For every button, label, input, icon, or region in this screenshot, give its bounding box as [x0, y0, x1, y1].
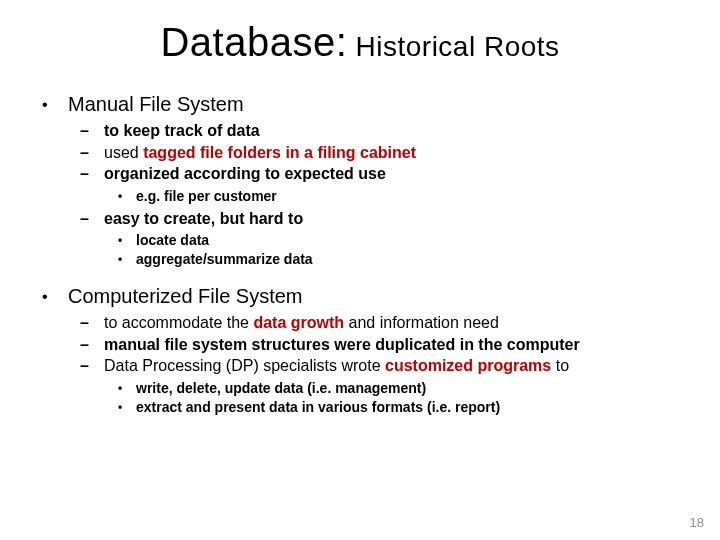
text: and information need: [344, 314, 499, 331]
text: manual file system structures were dupli…: [104, 336, 580, 353]
bullet-list-level1: Manual File System to keep track of data…: [42, 93, 720, 417]
text: organized according to expected use: [104, 165, 386, 182]
accent-text: tagged file folders in a filing cabinet: [143, 144, 416, 161]
text: aggregate/summarize data: [136, 251, 313, 267]
text: to keep track of data: [104, 122, 260, 139]
section-heading: Computerized File System: [42, 285, 303, 307]
text: Data Processing (DP) specialists wrote: [104, 357, 385, 374]
list-item: aggregate/summarize data: [118, 250, 720, 269]
slide-title: Database: Historical Roots: [0, 20, 720, 65]
accent-text: data growth: [253, 314, 344, 331]
bullet-list-level2: to accommodate the data growth and infor…: [80, 312, 720, 417]
accent-text: customized programs: [385, 357, 551, 374]
bullet-list-level3: write, delete, update data (i.e. managem…: [118, 379, 720, 417]
list-item: write, delete, update data (i.e. managem…: [118, 379, 720, 398]
section-heading: Manual File System: [42, 93, 244, 115]
list-item: Manual File System to keep track of data…: [42, 93, 720, 269]
list-item: used tagged file folders in a filing cab…: [80, 142, 720, 164]
title-sub: Historical Roots: [347, 31, 559, 62]
list-item: locate data: [118, 231, 720, 250]
bullet-list-level3: locate data aggregate/summarize data: [118, 231, 720, 269]
text: extract and present data in various form…: [136, 399, 500, 415]
list-item: organized according to expected use e.g.…: [80, 163, 720, 205]
list-item: to keep track of data: [80, 120, 720, 142]
text: easy to create, but hard to: [104, 210, 303, 227]
list-item: easy to create, but hard to locate data …: [80, 208, 720, 269]
page-number: 18: [690, 515, 704, 530]
list-item: Data Processing (DP) specialists wrote c…: [80, 355, 720, 416]
text: to: [551, 357, 569, 374]
title-main: Database:: [160, 20, 347, 64]
text: to accommodate the: [104, 314, 253, 331]
list-item: Computerized File System to accommodate …: [42, 285, 720, 417]
text: e.g. file per customer: [136, 188, 277, 204]
list-item: to accommodate the data growth and infor…: [80, 312, 720, 334]
list-item: manual file system structures were dupli…: [80, 334, 720, 356]
text: used: [104, 144, 143, 161]
list-item: extract and present data in various form…: [118, 398, 720, 417]
text: write, delete, update data (i.e. managem…: [136, 380, 426, 396]
bullet-list-level2: to keep track of data used tagged file f…: [80, 120, 720, 269]
text: locate data: [136, 232, 209, 248]
slide-body: Manual File System to keep track of data…: [0, 93, 720, 417]
bullet-list-level3: e.g. file per customer: [118, 187, 720, 206]
list-item: e.g. file per customer: [118, 187, 720, 206]
